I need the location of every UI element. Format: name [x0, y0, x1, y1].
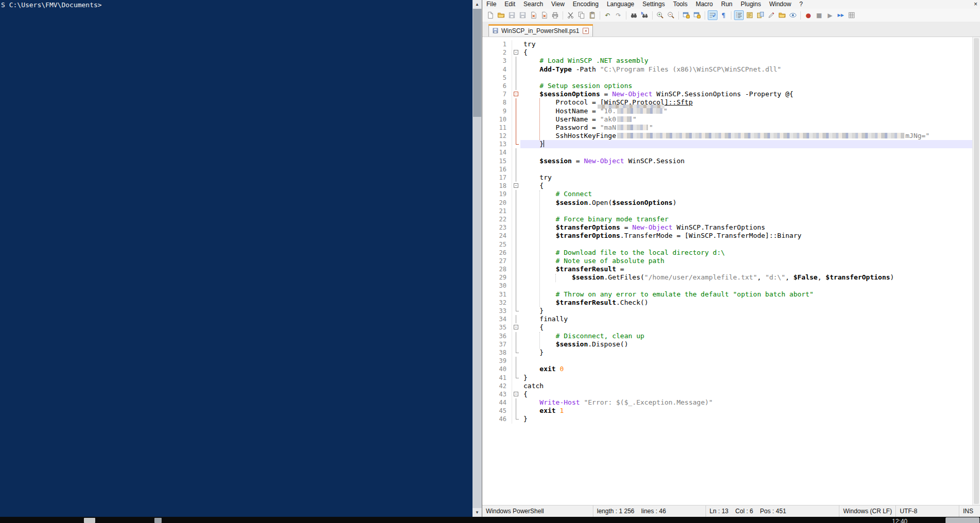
menu-item-search[interactable]: Search [519, 0, 547, 9]
taskbar-tray[interactable] [946, 517, 979, 523]
tab-winscp-in-powershell[interactable]: WinSCP_in_PowerShell.ps1 × [488, 24, 593, 37]
new-file-icon[interactable] [485, 10, 495, 20]
save-file-icon[interactable] [507, 10, 517, 20]
powershell-terminal[interactable]: S C:\Users\FMV\Documents> [0, 0, 472, 517]
menu-item-plugins[interactable]: Plugins [737, 0, 765, 9]
macro-run-multiple-icon[interactable]: ▶▶ [836, 10, 846, 20]
close-file-icon[interactable] [529, 10, 538, 20]
fold-margin[interactable] [512, 132, 520, 140]
fold-margin[interactable] [512, 57, 520, 65]
fold-margin[interactable] [512, 407, 520, 415]
menu-item-encoding[interactable]: Encoding [569, 0, 603, 9]
fold-margin[interactable] [512, 124, 520, 132]
fold-margin[interactable] [512, 415, 520, 423]
editor-scrollbar-thumb[interactable] [974, 38, 979, 504]
fold-margin[interactable] [512, 340, 520, 348]
menu-item-file[interactable]: File [482, 0, 500, 9]
fold-margin[interactable] [512, 115, 520, 124]
editor-scrollbar[interactable] [972, 37, 980, 505]
fold-margin[interactable] [512, 299, 520, 307]
fold-margin[interactable] [512, 232, 520, 240]
windows-taskbar[interactable]: 12:40 [0, 517, 980, 523]
editor-area[interactable]: 1try2-{3 # Load WinSCP .NET assembly4 Ad… [482, 37, 980, 505]
fold-margin[interactable] [512, 215, 520, 223]
fold-margin[interactable] [512, 282, 520, 290]
scroll-down-icon[interactable]: ▼ [472, 508, 482, 517]
menu-item-edit[interactable]: Edit [500, 0, 519, 9]
fold-margin[interactable] [512, 365, 520, 373]
fold-margin[interactable]: - [512, 90, 520, 98]
cut-icon[interactable] [566, 10, 575, 20]
fold-margin[interactable]: - [512, 390, 520, 398]
scroll-up-icon[interactable]: ▲ [472, 0, 482, 9]
print-icon[interactable] [550, 10, 560, 20]
document-map-icon[interactable] [745, 10, 755, 20]
undo-icon[interactable]: ↶ [603, 10, 612, 20]
menu-item-window[interactable]: Window [765, 0, 795, 9]
fold-margin[interactable] [512, 40, 520, 48]
fold-margin[interactable] [512, 74, 520, 82]
run-external-icon[interactable] [766, 10, 776, 20]
fold-margin[interactable] [512, 157, 520, 165]
fold-margin[interactable] [512, 140, 520, 148]
menu-item-view[interactable]: View [547, 0, 569, 9]
save-all-icon[interactable] [518, 10, 528, 20]
fold-collapse-icon[interactable]: - [514, 183, 518, 188]
fold-margin[interactable] [512, 382, 520, 390]
fold-margin[interactable] [512, 173, 520, 182]
macro-record-icon[interactable]: ● [803, 10, 813, 20]
fold-margin[interactable] [512, 207, 520, 215]
close-all-icon[interactable] [539, 10, 549, 20]
fold-margin[interactable] [512, 107, 520, 115]
fold-margin[interactable] [512, 148, 520, 156]
macro-save-icon[interactable] [847, 10, 856, 20]
fold-margin[interactable] [512, 240, 520, 249]
fold-collapse-icon[interactable]: - [514, 50, 518, 55]
macro-play-icon[interactable]: ▶ [825, 10, 835, 20]
menu-item-settings[interactable]: Settings [638, 0, 669, 9]
open-file-icon[interactable] [496, 10, 506, 20]
fold-margin[interactable] [512, 98, 520, 107]
redo-icon[interactable]: ↷ [614, 10, 623, 20]
menu-item-tools[interactable]: Tools [669, 0, 692, 9]
word-wrap-icon[interactable] [708, 10, 717, 20]
indent-guide-icon[interactable] [734, 10, 744, 20]
monitoring-icon[interactable] [788, 10, 798, 20]
fold-margin[interactable] [512, 190, 520, 198]
fold-margin[interactable] [512, 357, 520, 365]
sync-horizontal-scroll-icon[interactable] [692, 10, 702, 20]
find-icon[interactable] [629, 10, 639, 20]
fold-margin[interactable] [512, 165, 520, 173]
code-lines[interactable]: 1try2-{3 # Load WinSCP .NET assembly4 Ad… [482, 37, 973, 424]
menu-item-?[interactable]: ? [795, 0, 807, 9]
fold-margin[interactable] [512, 398, 520, 407]
taskbar-app-icon[interactable] [84, 518, 95, 523]
scrollbar-thumb[interactable] [473, 9, 481, 117]
sync-vertical-scroll-icon[interactable] [681, 10, 691, 20]
macro-stop-icon[interactable]: ■ [814, 10, 824, 20]
fold-margin[interactable]: - [512, 323, 520, 332]
replace-icon[interactable] [640, 10, 650, 20]
fold-collapse-icon[interactable]: - [514, 392, 518, 396]
fold-margin[interactable] [512, 332, 520, 340]
fold-margin[interactable] [512, 265, 520, 273]
taskbar-app-icon[interactable] [154, 518, 162, 523]
fold-margin[interactable] [512, 65, 520, 74]
fold-margin[interactable]: - [512, 182, 520, 190]
fold-margin[interactable] [512, 273, 520, 282]
fold-margin[interactable] [512, 307, 520, 315]
paste-icon[interactable] [587, 10, 597, 20]
document-switcher-icon[interactable] [756, 10, 765, 20]
fold-margin[interactable] [512, 223, 520, 232]
fold-margin[interactable] [512, 290, 520, 299]
fold-margin[interactable] [512, 315, 520, 323]
fold-collapse-icon[interactable]: - [514, 92, 518, 96]
fold-margin[interactable] [512, 374, 520, 382]
fold-margin[interactable]: - [512, 48, 520, 57]
menu-item-macro[interactable]: Macro [692, 0, 717, 9]
copy-icon[interactable] [576, 10, 586, 20]
zoom-out-icon[interactable] [666, 10, 676, 20]
menu-item-run[interactable]: Run [717, 0, 737, 9]
show-all-characters-icon[interactable]: ¶ [719, 10, 728, 20]
fold-margin[interactable] [512, 257, 520, 265]
